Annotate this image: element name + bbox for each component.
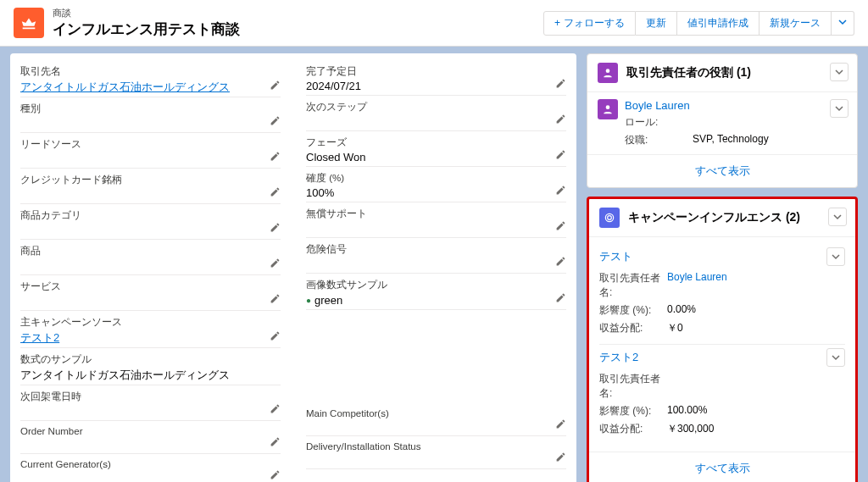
edit-pencil-icon[interactable] — [270, 186, 281, 200]
edit-pencil-icon[interactable] — [555, 452, 566, 465]
contact-name-link[interactable]: Boyle Lauren — [625, 99, 847, 112]
edit-pencil-icon[interactable] — [555, 185, 566, 198]
field: Delivery/Installation Status — [306, 436, 566, 469]
person-avatar — [598, 99, 618, 119]
edit-pencil-icon[interactable] — [270, 436, 281, 450]
edit-pencil-icon[interactable] — [555, 220, 566, 234]
campaign-record-menu[interactable] — [826, 348, 845, 367]
role-label: ロール: — [625, 115, 693, 130]
field-value — [20, 188, 281, 202]
kv-label: 影響度 (%): — [599, 404, 667, 418]
follow-button[interactable]: +フォローする — [543, 11, 636, 36]
kv-label: 取引先責任者名: — [599, 271, 667, 300]
edit-pencil-icon[interactable] — [555, 78, 566, 91]
field: 完了予定日2024/07/21 — [306, 60, 566, 96]
campaign-record-link[interactable]: テスト — [599, 249, 632, 264]
edit-pencil-icon[interactable] — [270, 80, 281, 93]
edit-pencil-icon[interactable] — [270, 115, 281, 129]
detail-panel: 取引先名アンタイトルドガス石油ホールディングス種別リードソースクレジットカード銘… — [10, 53, 576, 482]
edit-pencil-icon[interactable] — [270, 151, 281, 164]
edit-pencil-icon[interactable] — [555, 149, 566, 163]
edit-pencil-icon[interactable] — [270, 293, 281, 307]
contact-roles-menu[interactable] — [830, 63, 849, 81]
field-label: 次のステップ — [306, 101, 566, 114]
field-label: Main Competitor(s) — [306, 408, 566, 418]
campaign-influence-title[interactable]: キャンペーンインフルエンス (2) — [628, 210, 800, 225]
title-label: 役職: — [625, 133, 693, 147]
edit-pencil-icon[interactable] — [270, 403, 281, 417]
contact-roles-title[interactable]: 取引先責任者の役割 (1) — [626, 65, 751, 80]
edit-pencil-icon[interactable] — [555, 256, 566, 269]
field-label: 画像数式サンプル — [306, 279, 566, 291]
kv-value: 0.00% — [667, 303, 696, 318]
title-value: SVP, Technology — [693, 133, 769, 147]
field-value — [306, 258, 566, 271]
campaign-show-all[interactable]: すべて表示 — [589, 452, 855, 482]
object-type-label: 商談 — [53, 7, 535, 19]
campaign-influence-icon — [599, 208, 620, 228]
new-case-button[interactable]: 新規ケース — [760, 11, 832, 36]
field-label: Delivery/Installation Status — [306, 441, 566, 452]
field: 確度 (%)100% — [306, 167, 566, 202]
field: フェーズClosed Won — [306, 131, 566, 167]
campaign-record-menu[interactable] — [826, 247, 845, 266]
edit-pencil-icon[interactable] — [270, 469, 281, 482]
campaign-record: テスト2取引先責任者名:影響度 (%):100.00%収益分配:￥300,000 — [599, 345, 845, 445]
edit-pencil-icon[interactable] — [555, 418, 566, 432]
kv-label: 取引先責任者名: — [599, 372, 667, 401]
field-value — [306, 420, 566, 434]
campaign-record-link[interactable]: テスト2 — [599, 350, 638, 365]
kv-value: ￥0 — [667, 321, 683, 335]
discount-request-button[interactable]: 値引申請作成 — [677, 11, 760, 36]
contact-row-menu[interactable] — [830, 99, 849, 118]
field: Order Number — [20, 421, 281, 454]
edit-pencil-icon[interactable] — [555, 114, 566, 127]
contact-roles-card: 取引先責任者の役割 (1) Boyle Lauren ロール: 役職:SVP, … — [587, 53, 858, 188]
more-actions-button[interactable] — [832, 11, 854, 36]
svg-point-1 — [606, 105, 610, 109]
record-header: 商談 インフルエンス用テスト商談 +フォローする 更新 値引申請作成 新規ケース — [0, 0, 868, 47]
field-label: 次回架電日時 — [20, 391, 281, 403]
field: 数式のサンプルアンタイトルドガス石油ホールディングス — [20, 348, 281, 385]
field-value: green — [306, 294, 342, 307]
field: 画像数式サンプルgreen — [306, 274, 566, 310]
edit-pencil-icon[interactable] — [270, 330, 281, 344]
campaign-record: テスト取引先責任者名:Boyle Lauren影響度 (%):0.00%収益分配… — [599, 244, 845, 345]
field-value — [306, 453, 566, 467]
contact-roles-icon — [598, 63, 618, 83]
contact-roles-show-all[interactable]: すべて表示 — [587, 154, 857, 187]
svg-point-3 — [608, 216, 612, 220]
field-label: 危険信号 — [306, 243, 566, 256]
field: リードソース — [20, 133, 281, 169]
field-value — [20, 405, 281, 418]
update-button[interactable]: 更新 — [636, 11, 677, 36]
field: 無償サポート — [306, 202, 566, 238]
field-label: リードソース — [20, 138, 281, 151]
edit-pencil-icon[interactable] — [270, 222, 281, 235]
field: 商品 — [20, 240, 281, 275]
kv-value[interactable]: Boyle Lauren — [667, 271, 727, 300]
field-value[interactable]: テスト2 — [20, 330, 281, 346]
field-value: 2024/07/21 — [306, 80, 566, 93]
field: 種別 — [20, 97, 281, 133]
record-name: インフルエンス用テスト商談 — [53, 19, 535, 39]
edit-pencil-icon[interactable] — [270, 258, 281, 271]
field-value: 100% — [306, 186, 566, 200]
field: 主キャンペーンソーステスト2 — [20, 311, 281, 348]
field-label: 取引先名 — [20, 65, 281, 78]
field: 取引先名アンタイトルドガス石油ホールディングス — [20, 60, 281, 97]
field-value[interactable]: アンタイトルドガス石油ホールディングス — [20, 80, 281, 95]
field-value — [20, 471, 281, 482]
field: 商品カテゴリ — [20, 204, 281, 240]
field-label: 主キャンペーンソース — [20, 316, 281, 329]
campaign-influence-menu[interactable] — [828, 208, 847, 226]
kv-label: 収益分配: — [599, 321, 667, 335]
field-value — [20, 117, 281, 130]
field-label: 種別 — [20, 102, 281, 115]
field-label: Current Generator(s) — [20, 459, 281, 469]
field-label: クレジットカード銘柄 — [20, 174, 281, 186]
field: Main Competitor(s) — [306, 403, 566, 436]
field-value: アンタイトルドガス石油ホールディングス — [20, 368, 281, 383]
field-label: 完了予定日 — [306, 65, 566, 78]
edit-pencil-icon[interactable] — [555, 292, 566, 306]
